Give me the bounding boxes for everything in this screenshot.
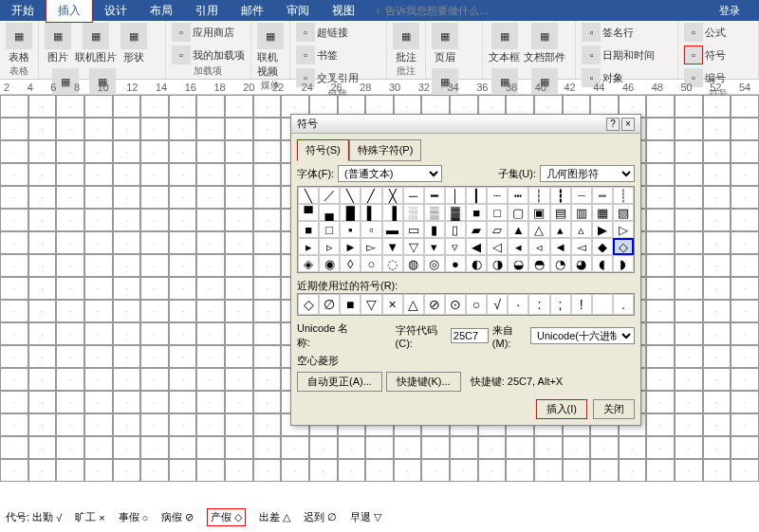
symbol-cell[interactable]: ▴ xyxy=(550,221,571,238)
symbol-cell[interactable]: ▽ xyxy=(403,238,424,255)
ribbon-表格[interactable]: ▦表格 xyxy=(6,23,32,64)
symbol-cell[interactable]: ▾ xyxy=(424,238,445,255)
recent-symbol[interactable]: ◇ xyxy=(298,294,319,315)
symbol-cell[interactable]: ◔ xyxy=(550,255,571,272)
ribbon-文档部件[interactable]: ▦文档部件 xyxy=(524,23,565,64)
tab-review[interactable]: 审阅 xyxy=(275,0,321,22)
symbol-cell[interactable]: ▱ xyxy=(487,221,508,238)
ribbon-签名行[interactable]: ▫签名行 xyxy=(582,23,634,42)
symbol-cell[interactable]: │ xyxy=(445,187,466,204)
ribbon-联机视频[interactable]: ▦联机视频 xyxy=(257,23,284,79)
ribbon-形状[interactable]: ▦形状 xyxy=(120,23,147,64)
recent-symbol[interactable]: ∅ xyxy=(319,294,340,315)
symbol-cell[interactable]: ■ xyxy=(466,204,487,221)
recent-symbol[interactable]: . xyxy=(613,294,634,315)
symbol-cell[interactable]: ▷ xyxy=(613,221,634,238)
recent-symbol[interactable]: ○ xyxy=(466,294,487,315)
symbol-cell[interactable]: ▹ xyxy=(319,238,340,255)
symbol-cell[interactable]: ◐ xyxy=(466,255,487,272)
login-button[interactable]: 登录 xyxy=(700,4,759,18)
recent-symbol[interactable]: △ xyxy=(403,294,424,315)
symbol-cell[interactable]: ▿ xyxy=(445,238,466,255)
symbol-cell[interactable]: ▼ xyxy=(382,238,403,255)
symbol-cell[interactable]: ▵ xyxy=(571,221,592,238)
ribbon-日期和时间[interactable]: ▫日期和时间 xyxy=(582,46,655,64)
font-select[interactable]: (普通文本) xyxy=(338,165,442,182)
symbol-cell[interactable]: ◊ xyxy=(340,255,361,272)
symbol-cell[interactable]: ▯ xyxy=(445,221,466,238)
symbol-cell[interactable]: ▲ xyxy=(508,221,528,238)
symbol-cell[interactable]: □ xyxy=(487,204,508,221)
ribbon-图片[interactable]: ▦图片 xyxy=(45,23,71,64)
ribbon-超链接[interactable]: ▫超链接 xyxy=(296,23,348,42)
recent-symbol[interactable]: ; xyxy=(550,294,571,315)
shortcut-button[interactable]: 快捷键(K)... xyxy=(386,372,461,392)
recent-symbol[interactable]: ⊘ xyxy=(424,294,445,315)
symbol-cell[interactable]: ◄ xyxy=(550,238,571,255)
symbol-cell[interactable]: ╱ xyxy=(361,187,381,204)
symbol-cell[interactable]: ▣ xyxy=(528,204,549,221)
symbol-cell[interactable]: ◂ xyxy=(508,238,528,255)
help-icon[interactable]: ? xyxy=(606,118,620,131)
autocorrect-button[interactable]: 自动更正(A)... xyxy=(297,372,382,392)
symbol-cell[interactable]: ▪ xyxy=(340,221,361,238)
symbol-cell[interactable]: ▻ xyxy=(361,238,381,255)
symbol-cell[interactable]: ◉ xyxy=(319,255,340,272)
symbol-cell[interactable]: ◈ xyxy=(298,255,319,272)
ribbon-联机图片[interactable]: ▦联机图片 xyxy=(75,23,117,64)
symbol-cell[interactable]: ◗ xyxy=(613,255,634,272)
symbol-cell[interactable]: ╳ xyxy=(382,187,403,204)
symbol-cell[interactable]: ▌ xyxy=(361,204,381,221)
symbol-cell[interactable]: ◖ xyxy=(592,255,613,272)
tell-me[interactable]: ♀ 告诉我您想要做什么... xyxy=(366,4,495,18)
symbol-cell[interactable]: ◅ xyxy=(571,238,592,255)
recent-symbol[interactable]: × xyxy=(382,294,403,315)
symbol-cell[interactable]: ◓ xyxy=(528,255,549,272)
symbol-cell[interactable]: ◇ xyxy=(613,238,634,255)
ribbon-批注[interactable]: ▦批注 xyxy=(393,23,419,64)
symbol-cell[interactable]: ╲ xyxy=(298,187,319,204)
tab-view[interactable]: 视图 xyxy=(321,0,366,22)
symbol-cell[interactable]: ◎ xyxy=(424,255,445,272)
symbol-cell[interactable]: ┆ xyxy=(528,187,549,204)
symbol-cell[interactable]: ▓ xyxy=(445,204,466,221)
symbol-cell[interactable]: █ xyxy=(340,204,361,221)
symbol-cell[interactable]: ▤ xyxy=(550,204,571,221)
subset-select[interactable]: 几何图形符 xyxy=(540,165,635,182)
symbol-cell[interactable]: ━ xyxy=(424,187,445,204)
symbol-cell[interactable]: ▢ xyxy=(508,204,528,221)
symbol-cell[interactable]: ／ xyxy=(319,187,340,204)
ribbon-书签[interactable]: ▫书签 xyxy=(296,46,338,64)
tab-insert[interactable]: 插入 xyxy=(46,0,93,23)
recent-symbol[interactable]: ⊙ xyxy=(445,294,466,315)
symbol-cell[interactable]: ▦ xyxy=(592,204,613,221)
symbol-cell[interactable]: ▶ xyxy=(592,221,613,238)
from-select[interactable]: Unicode(十六进制) xyxy=(530,327,635,344)
symbol-cell[interactable]: ■ xyxy=(298,221,319,238)
symbol-cell[interactable]: ▰ xyxy=(466,221,487,238)
symbol-cell[interactable]: ┄ xyxy=(487,187,508,204)
symbol-cell[interactable]: ┊ xyxy=(613,187,634,204)
symbol-cell[interactable]: ▥ xyxy=(571,204,592,221)
code-input[interactable] xyxy=(451,328,489,343)
symbol-cell[interactable]: ◕ xyxy=(571,255,592,272)
tab-special[interactable]: 特殊字符(P) xyxy=(349,139,422,161)
tab-mail[interactable]: 邮件 xyxy=(230,0,275,22)
recent-symbol[interactable]: · xyxy=(508,294,528,315)
symbol-cell[interactable]: ┃ xyxy=(466,187,487,204)
tab-start[interactable]: 开始 xyxy=(0,0,46,22)
symbol-cell[interactable]: ▸ xyxy=(298,238,319,255)
symbol-cell[interactable]: ◌ xyxy=(382,255,403,272)
recent-symbol[interactable]: ! xyxy=(571,294,592,315)
symbol-cell[interactable]: ┅ xyxy=(508,187,528,204)
symbol-cell[interactable]: ◒ xyxy=(508,255,528,272)
symbol-cell[interactable]: □ xyxy=(319,221,340,238)
symbol-cell[interactable]: ◀ xyxy=(466,238,487,255)
symbol-cell[interactable]: ┈ xyxy=(571,187,592,204)
close-icon[interactable]: × xyxy=(621,118,635,131)
symbol-cell[interactable]: ▮ xyxy=(424,221,445,238)
symbol-cell[interactable]: ┉ xyxy=(592,187,613,204)
recent-symbol[interactable]: ▽ xyxy=(361,294,381,315)
symbol-cell[interactable]: ─ xyxy=(403,187,424,204)
symbol-cell[interactable]: ░ xyxy=(403,204,424,221)
